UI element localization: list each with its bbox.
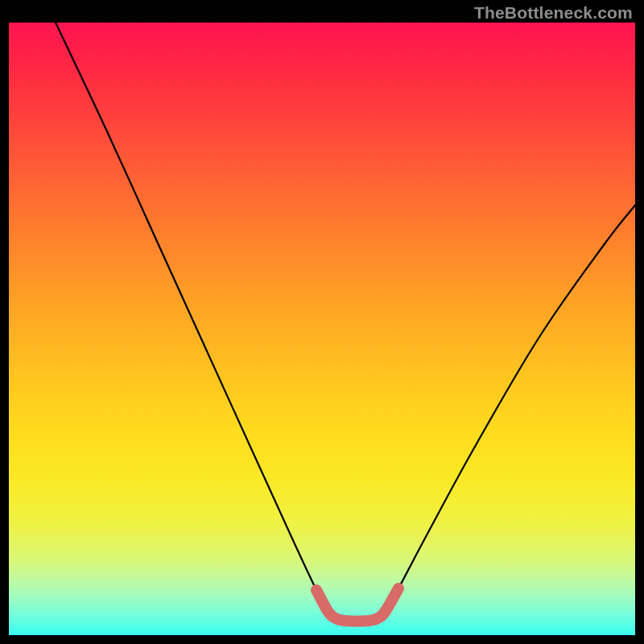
chart-frame xyxy=(9,23,635,635)
watermark-label: TheBottleneck.com xyxy=(474,3,633,23)
gradient-background xyxy=(9,23,635,635)
